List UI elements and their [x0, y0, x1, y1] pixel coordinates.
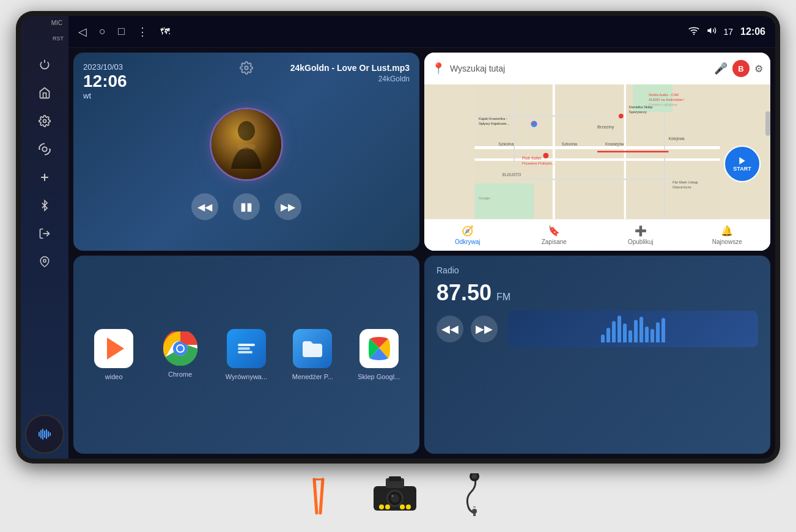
svg-point-37: [543, 153, 548, 158]
music-time-display: 12:06: [83, 73, 127, 90]
artist-name: 24kGoldn: [137, 75, 410, 83]
viz-bar-5: [623, 323, 627, 342]
svg-point-82: [472, 509, 477, 514]
main-screen: MIC RST: [21, 16, 775, 459]
recents-button[interactable]: □: [118, 25, 125, 38]
viz-bar-3: [612, 321, 616, 342]
map-mic-button[interactable]: 🎤: [714, 62, 728, 75]
svg-text:Szkolna: Szkolna: [562, 142, 577, 147]
svg-rect-12: [50, 432, 51, 436]
viz-bar-11: [656, 322, 660, 342]
menu-button[interactable]: ⋮: [137, 25, 148, 39]
sidebar-exit-icon[interactable]: [31, 220, 58, 247]
svg-line-62: [314, 479, 317, 513]
back-button[interactable]: ◁: [78, 25, 87, 39]
car-unit-device: MIC RST: [16, 11, 780, 464]
content-grid: 2023/10/03 12:06 wt 24kGoldn - Love Or L…: [68, 48, 775, 459]
mic-label: MIC: [51, 20, 62, 26]
app-wideo[interactable]: wideo: [89, 329, 138, 380]
viz-bar-4: [617, 316, 621, 342]
map-card: 📍 Wyszukaj tutaj 🎤 B ⚙: [424, 53, 770, 251]
prev-button[interactable]: ◀◀: [191, 193, 218, 220]
music-settings-icon[interactable]: [240, 61, 253, 77]
map-tab-zapisane[interactable]: 🔖 Zapisane: [511, 225, 598, 245]
viz-bar-1: [601, 334, 605, 342]
pause-button[interactable]: ▮▮: [233, 193, 260, 220]
map-start-button[interactable]: START: [724, 146, 761, 182]
svg-point-36: [619, 114, 624, 119]
svg-point-70: [379, 504, 384, 509]
map-body[interactable]: Szkolna Szkolna Krasiejów Kolejowa Brzez…: [424, 84, 770, 219]
map-tab-opublikuj[interactable]: ➕ Opublikuj: [597, 225, 684, 245]
map-search-bar: 📍 Wyszukaj tutaj 🎤 B ⚙: [424, 53, 770, 84]
sidebar-home-icon[interactable]: [31, 79, 58, 106]
app-chrome[interactable]: Chrome: [156, 331, 205, 378]
app-sklep[interactable]: Sklep Googl...: [355, 329, 404, 380]
map-scrollbar[interactable]: [765, 111, 770, 136]
svg-rect-11: [48, 431, 49, 437]
radio-frequency-row: 87.50 FM: [437, 280, 758, 306]
camera-icon: [370, 475, 419, 515]
svg-text:📍: 📍: [531, 122, 536, 127]
svg-text:Krasiejów: Krasiejów: [605, 142, 625, 147]
maps-shortcut[interactable]: 🗺: [160, 26, 170, 37]
map-tab-odkrywaj[interactable]: 🧭 Odkrywaj: [424, 225, 511, 245]
sidebar-settings-icon[interactable]: [31, 108, 58, 135]
svg-text:Ostatnio oglądane: Ostatnio oglądane: [649, 103, 677, 106]
menedzer-icon: [293, 329, 332, 368]
radio-prev-button[interactable]: ◀◀: [437, 316, 463, 342]
volume-level: 17: [724, 27, 734, 37]
voice-button[interactable]: [25, 415, 64, 454]
home-button[interactable]: ○: [99, 25, 106, 38]
chrome-icon: [163, 331, 197, 366]
accessories-row: [303, 464, 493, 521]
sidebar-radio-icon[interactable]: [31, 136, 58, 163]
sklep-icon: [359, 329, 399, 368]
album-art: [210, 108, 283, 181]
date-time-block: 2023/10/03 12:06 wt: [83, 62, 127, 100]
map-tab-najnowsze[interactable]: 🔔 Najnowsze: [684, 225, 771, 245]
tweezers-accessory: [303, 473, 334, 516]
sidebar-add-icon[interactable]: [31, 164, 58, 191]
map-search-text[interactable]: Wyszukaj tutaj: [450, 64, 709, 73]
viz-bar-6: [628, 330, 632, 342]
svg-point-72: [400, 504, 405, 509]
map-settings-icon[interactable]: ⚙: [754, 63, 763, 75]
svg-point-69: [391, 495, 394, 497]
svg-rect-9: [44, 430, 45, 438]
viz-bar-2: [606, 328, 610, 342]
next-button[interactable]: ▶▶: [275, 193, 301, 220]
day-display: wt: [83, 91, 127, 100]
viz-bar-10: [650, 329, 654, 342]
sidebar-bottom: [25, 415, 64, 454]
status-bar: 17 12:06: [688, 26, 766, 37]
radio-next-button[interactable]: ▶▶: [471, 316, 498, 342]
radio-visualizer: [507, 311, 758, 347]
svg-rect-75: [389, 476, 401, 481]
app-wyrownywanie[interactable]: Wyrównywa...: [222, 329, 271, 380]
viz-bar-9: [645, 327, 649, 342]
map-bottom-tabs: 🧭 Odkrywaj 🔖 Zapisane ➕ Opublikuj 🔔: [424, 219, 770, 251]
svg-text:Spożywczy: Spożywczy: [629, 110, 647, 114]
sidebar-bluetooth-icon[interactable]: [31, 192, 58, 219]
svg-rect-7: [40, 430, 42, 438]
svg-text:Spływy Kajakowe...: Spływy Kajakowe...: [479, 122, 509, 125]
music-player-card: 2023/10/03 12:06 wt 24kGoldn - Love Or L…: [73, 53, 419, 251]
wyrownywanie-label: Wyrównywa...: [226, 373, 267, 380]
wyrownywanie-icon: [227, 329, 266, 368]
svg-text:Kolejowa: Kolejowa: [668, 136, 685, 141]
svg-text:Strefa Audio - CAR: Strefa Audio - CAR: [649, 93, 679, 97]
viz-bar-7: [634, 320, 638, 342]
radio-band: FM: [496, 292, 510, 303]
discover-icon: 🧭: [462, 225, 474, 237]
sidebar-power-icon[interactable]: [31, 51, 58, 78]
svg-text:Brzeziny: Brzeziny: [597, 125, 614, 130]
publish-icon: ➕: [635, 225, 647, 237]
app-menedzer[interactable]: Menedżer P...: [288, 329, 337, 380]
svg-rect-59: [238, 344, 255, 346]
map-user-avatar[interactable]: B: [732, 60, 750, 77]
svg-rect-61: [238, 351, 252, 353]
sidebar-location-icon[interactable]: [31, 248, 58, 275]
play-triangle: [107, 338, 124, 360]
map-pin-icon: 📍: [432, 62, 445, 75]
